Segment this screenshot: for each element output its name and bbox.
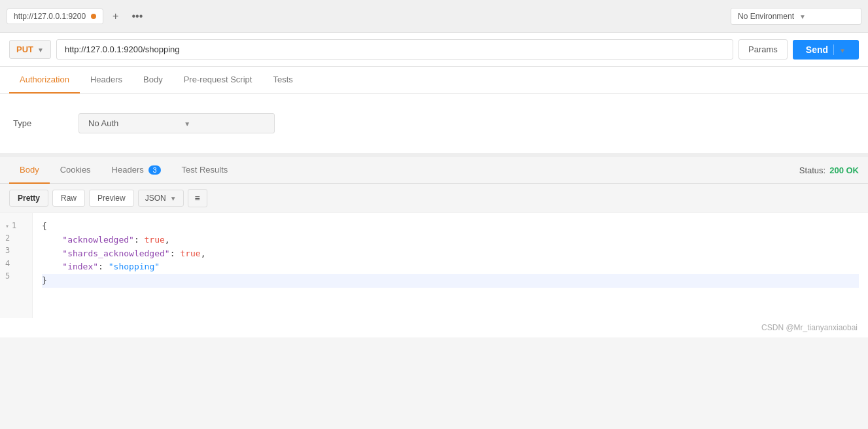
code-line-1: {: [42, 220, 859, 233]
response-tabs: Body Cookies Headers 3 Test Results Stat…: [0, 157, 868, 184]
add-tab-button[interactable]: +: [109, 8, 122, 25]
response-toolbar: Pretty Raw Preview JSON ≡: [0, 184, 868, 213]
response-status: Status: 200 OK: [799, 165, 859, 175]
auth-type-chevron: [184, 118, 190, 128]
line-num-5: 5: [0, 270, 32, 283]
status-prefix: Status:: [799, 165, 825, 175]
line-numbers: ▾ 1 2 3 4 5: [0, 213, 33, 318]
request-bar: PUT Params Send: [0, 33, 868, 67]
auth-type-value: No Auth: [88, 118, 118, 128]
method-chevron: [37, 44, 44, 54]
code-line-2: "acknowledged": true,: [42, 233, 859, 247]
top-bar: http://127.0.0.1:9200 + ••• No Environme…: [0, 0, 868, 33]
code-line-3: "shards_acknowledged": true,: [42, 247, 859, 261]
more-options-button[interactable]: •••: [128, 8, 147, 25]
line-num-4: 4: [0, 258, 32, 270]
url-input[interactable]: [56, 39, 733, 60]
format-label: JSON: [145, 194, 166, 203]
code-content: { "acknowledged": true, "shards_acknowle…: [33, 213, 868, 318]
preview-button[interactable]: Preview: [89, 190, 134, 207]
params-button[interactable]: Params: [738, 39, 788, 60]
response-body-code: ▾ 1 2 3 4 5 { "acknowledged": true, "sha…: [0, 213, 868, 318]
send-dropdown-arrow[interactable]: [833, 44, 846, 55]
tab-authorization[interactable]: Authorization: [9, 67, 80, 94]
tab-body[interactable]: Body: [133, 67, 173, 94]
url-tab[interactable]: http://127.0.0.1:9200: [7, 9, 103, 24]
response-tab-headers[interactable]: Headers 3: [101, 157, 171, 184]
environment-selector[interactable]: No Environment: [731, 8, 861, 25]
env-selector-label: No Environment: [738, 12, 794, 21]
url-tab-label: http://127.0.0.1:9200: [14, 12, 86, 21]
watermark-text: CSDN @Mr_tianyanxiaobai: [761, 323, 858, 332]
watermark: CSDN @Mr_tianyanxiaobai: [0, 318, 868, 337]
request-tabs: Authorization Headers Body Pre-request S…: [0, 67, 868, 94]
line-num-2: 2: [0, 232, 32, 245]
status-code: 200 OK: [829, 165, 859, 175]
tab-tests[interactable]: Tests: [262, 67, 303, 94]
code-line-5: }: [42, 274, 859, 288]
auth-row: Type No Auth: [13, 113, 855, 133]
collapse-arrow[interactable]: ▾: [5, 221, 9, 232]
code-line-4: "index": "shopping": [42, 260, 859, 274]
line-num-1: ▾ 1: [0, 220, 32, 232]
wrap-button[interactable]: ≡: [188, 189, 207, 207]
method-selector[interactable]: PUT: [9, 40, 51, 59]
response-tab-test-results[interactable]: Test Results: [171, 157, 239, 184]
auth-type-label: Type: [13, 118, 65, 128]
auth-section: Type No Auth: [0, 94, 868, 157]
send-button[interactable]: Send: [793, 40, 859, 60]
active-indicator: [91, 14, 96, 19]
headers-badge: 3: [148, 165, 160, 175]
tab-headers[interactable]: Headers: [80, 67, 133, 94]
env-selector-chevron: [799, 12, 806, 21]
format-chevron: [170, 194, 177, 203]
pretty-button[interactable]: Pretty: [9, 190, 48, 207]
send-label: Send: [806, 44, 828, 55]
raw-button[interactable]: Raw: [52, 190, 85, 207]
line-num-3: 3: [0, 245, 32, 257]
response-tab-body[interactable]: Body: [9, 157, 50, 184]
response-tab-cookies[interactable]: Cookies: [50, 157, 101, 184]
method-label: PUT: [16, 44, 33, 54]
auth-type-selector[interactable]: No Auth: [78, 113, 275, 133]
format-selector[interactable]: JSON: [138, 190, 184, 207]
tab-pre-request-script[interactable]: Pre-request Script: [173, 67, 263, 94]
